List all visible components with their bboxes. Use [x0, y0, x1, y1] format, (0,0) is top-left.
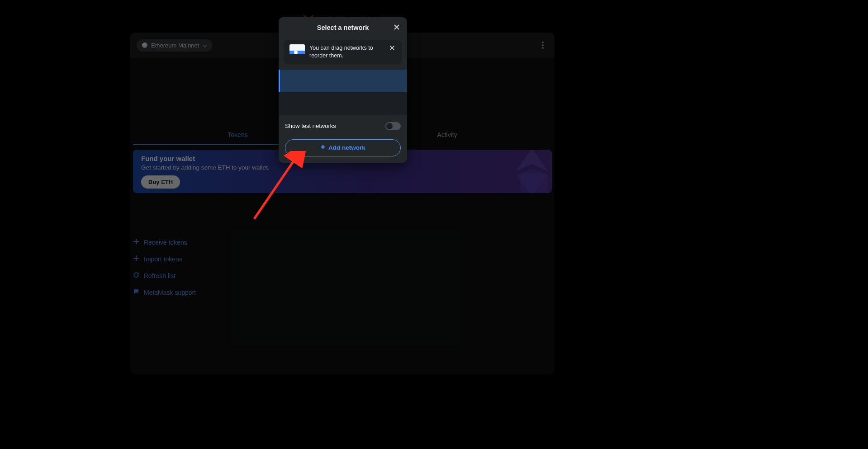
- plus-icon: [133, 255, 139, 263]
- receive-tokens-link[interactable]: Receive tokens: [133, 238, 552, 246]
- svg-marker-5: [516, 150, 548, 171]
- buy-eth-label: Buy ETH: [148, 179, 173, 185]
- toggle-knob: [386, 123, 393, 129]
- network-item-selected[interactable]: [279, 70, 407, 92]
- refresh-icon: [133, 272, 139, 279]
- svg-point-2: [542, 42, 544, 43]
- tab-tokens-label: Tokens: [228, 131, 247, 138]
- network-list: [279, 70, 407, 115]
- refresh-list-link[interactable]: Refresh list: [133, 272, 552, 279]
- close-icon: [394, 24, 400, 32]
- select-network-modal: Select a network You can drag networks t…: [279, 17, 407, 163]
- add-network-label: Add network: [328, 144, 365, 151]
- show-test-networks-label: Show test networks: [285, 123, 336, 129]
- ethereum-icon: [142, 43, 147, 48]
- import-tokens-link[interactable]: Import tokens: [133, 255, 552, 263]
- fund-subtitle: Get started by adding some ETH to your w…: [141, 164, 544, 171]
- receive-tokens-label: Receive tokens: [144, 239, 187, 246]
- network-selector-chip[interactable]: Ethereum Mainnet: [137, 39, 213, 52]
- token-action-links: Receive tokens Import tokens Refresh lis…: [133, 238, 552, 296]
- svg-point-3: [542, 44, 544, 46]
- show-test-networks-row: Show test networks: [279, 115, 407, 133]
- tip-close-button[interactable]: [388, 44, 396, 52]
- import-tokens-label: Import tokens: [144, 255, 182, 263]
- svg-rect-7: [521, 173, 548, 193]
- close-icon: [389, 44, 395, 52]
- chevron-down-icon: [203, 43, 207, 47]
- plus-icon: [133, 238, 139, 246]
- drag-tip-icon: [289, 44, 305, 54]
- fund-illustration-icon: [505, 150, 552, 193]
- network-item[interactable]: [279, 92, 407, 115]
- more-menu-button[interactable]: [537, 40, 548, 51]
- metamask-support-link[interactable]: MetaMask support: [133, 288, 552, 296]
- buy-eth-button[interactable]: Buy ETH: [141, 175, 180, 189]
- plus-icon: [320, 144, 326, 151]
- modal-title: Select a network: [317, 24, 369, 31]
- drag-tip-banner: You can drag networks to reorder them.: [284, 40, 402, 64]
- svg-point-4: [542, 47, 544, 49]
- chat-icon: [133, 288, 139, 296]
- modal-close-button[interactable]: [392, 23, 402, 33]
- tab-activity-label: Activity: [437, 131, 457, 138]
- network-name-label: Ethereum Mainnet: [151, 42, 199, 49]
- drag-tip-text: You can drag networks to reorder them.: [309, 44, 384, 60]
- metamask-support-label: MetaMask support: [144, 289, 196, 296]
- add-network-button[interactable]: Add network: [285, 139, 401, 156]
- refresh-list-label: Refresh list: [144, 272, 175, 279]
- show-test-networks-toggle[interactable]: [385, 122, 401, 130]
- modal-header: Select a network: [279, 17, 407, 38]
